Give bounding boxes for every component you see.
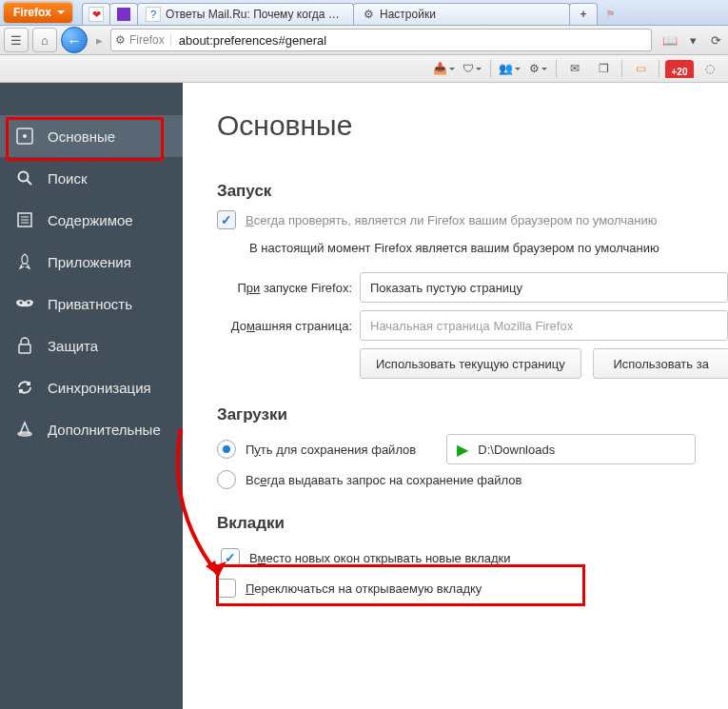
svg-point-2 (19, 172, 29, 182)
reload-button[interactable]: ⟳ (707, 31, 724, 49)
settings-gear-icon[interactable]: ⚙ (525, 58, 550, 79)
sidebar-item-general[interactable]: Основные (0, 115, 183, 157)
section-tabs-heading: Вкладки (217, 514, 728, 533)
new-tab-button[interactable]: + (569, 3, 598, 25)
tab-settings[interactable]: ⚙ Настройки (353, 3, 570, 25)
radio-always-ask[interactable] (217, 470, 236, 489)
separator (490, 60, 491, 77)
section-downloads-heading: Загрузки (217, 405, 728, 424)
sidebar-item-search[interactable]: Поиск (0, 157, 183, 199)
page-title: Основные (217, 109, 728, 142)
sidebar-item-security[interactable]: Защита (0, 325, 183, 366)
search-icon (15, 168, 34, 187)
tab-pinned-1[interactable]: ❤ (82, 3, 110, 25)
homepage-label: Домашняя страница: (217, 319, 360, 333)
section-startup-heading: Запуск (217, 182, 728, 201)
sidebar-item-sync[interactable]: Синхронизация (0, 366, 183, 408)
navigation-bar: ☰ ⌂ ← ▸ ⚙ Firefox 📖 ▾ ⟳ (0, 26, 728, 55)
always-check-label: Всегда проверять, является ли Firefox ва… (246, 213, 658, 227)
download-path-label: Путь для сохранения файлов (246, 443, 416, 457)
identity-label: Firefox (129, 33, 165, 47)
sidebar-item-content[interactable]: Содержимое (0, 199, 183, 241)
downloads-tray-icon[interactable]: 📥 (431, 58, 456, 79)
svg-point-8 (19, 301, 22, 304)
separator (659, 60, 659, 77)
people-icon[interactable]: 👥 (497, 58, 521, 79)
use-current-page-button[interactable]: Использовать текущую страницу (360, 348, 581, 379)
checkbox-switch-to-tab[interactable] (217, 579, 236, 598)
note-icon[interactable]: ▭ (628, 58, 653, 79)
question-icon: ? (146, 7, 161, 22)
download-path-field[interactable]: ▶ D:\Downloads (446, 434, 696, 464)
svg-rect-10 (19, 345, 30, 353)
url-input[interactable] (177, 32, 647, 49)
address-bar[interactable]: ⚙ Firefox (110, 29, 652, 51)
btn-label: Использовать текущую страницу (376, 357, 565, 371)
sidebar-label: Приватность (48, 296, 132, 312)
use-bookmark-button[interactable]: Использовать за (593, 348, 728, 379)
reader-icon[interactable]: 📖 (661, 31, 679, 49)
homepage-placeholder: Начальная страница Mozilla Firefox (370, 319, 573, 333)
radio-save-to-path[interactable] (217, 440, 236, 459)
window-icon[interactable]: ❐ (591, 58, 616, 79)
back-button[interactable]: ← (61, 27, 88, 53)
firefox-app-button[interactable]: Firefox (4, 2, 72, 23)
lock-icon (15, 336, 34, 355)
open-links-in-tabs-row: ✓ Вместо новых окон открывать новые вкла… (217, 542, 728, 573)
dropdown-icon[interactable]: ▾ (684, 31, 701, 49)
addon-toolbar: 📥 🛡 👥 ⚙ ✉ ❐ ▭ +20 ◌ (0, 55, 728, 83)
notification-badge[interactable]: +20 (665, 60, 694, 78)
on-start-label: При запуске Firefox: (217, 281, 360, 295)
tab-label: Настройки (380, 8, 436, 21)
sidebar-label: Поиск (48, 170, 88, 187)
content-icon (15, 210, 34, 229)
sidebar-toggle-button[interactable]: ☰ (4, 28, 29, 52)
tabstrip: ❤ ? Ответы Mail.Ru: Почему когда … ⚙ Нас… (82, 0, 622, 25)
wizard-hat-icon (15, 420, 34, 439)
sidebar-item-applications[interactable]: Приложения (0, 241, 183, 283)
sidebar-label: Защита (48, 338, 98, 354)
heart-icon: ❤ (89, 7, 104, 22)
sync-icon (15, 378, 34, 397)
droplet-icon[interactable]: ◌ (698, 58, 722, 79)
gear-icon: ⚙ (362, 8, 375, 21)
mask-icon (15, 294, 34, 313)
separator (556, 60, 557, 77)
homepage-row: Домашняя страница: Начальная страница Mo… (217, 310, 728, 341)
preferences-page: Основные Поиск Содержимое Приложения При… (0, 83, 728, 709)
sidebar-label: Синхронизация (48, 380, 151, 396)
sidebar-label: Дополнительные (48, 422, 161, 438)
tab-groups-button[interactable]: ⚑ (597, 4, 623, 25)
gear-icon: ⚙ (115, 33, 126, 47)
sidebar-item-advanced[interactable]: Дополнительные (0, 408, 183, 450)
rocket-icon (15, 252, 34, 271)
tab-answers-mailru[interactable]: ? Ответы Mail.Ru: Почему когда … (137, 3, 354, 25)
btn-label: Использовать за (613, 357, 708, 371)
svg-point-9 (27, 301, 30, 304)
svg-line-3 (28, 181, 32, 186)
general-icon (15, 127, 34, 146)
mailru-icon (117, 8, 130, 21)
mail-icon[interactable]: ✉ (562, 58, 587, 79)
sidebar-label: Основные (48, 128, 115, 145)
radio-dot-icon (223, 445, 230, 453)
site-identity[interactable]: ⚙ Firefox (115, 33, 171, 47)
open-in-tabs-label: Вместо новых окон открывать новые вкладк… (249, 551, 511, 565)
sidebar-item-privacy[interactable]: Приватность (0, 283, 183, 325)
flag-icon: ⚑ (603, 8, 617, 21)
on-start-row: При запуске Firefox: Показать пустую стр… (217, 272, 728, 303)
home-button[interactable]: ⌂ (32, 28, 57, 52)
tab-pinned-2[interactable] (109, 3, 138, 25)
forward-button[interactable]: ▸ (91, 30, 107, 50)
default-browser-status: В настоящий момент Firefox является ваши… (249, 241, 728, 255)
checkbox-open-in-tabs[interactable]: ✓ (221, 548, 240, 567)
switch-to-tab-row: Переключаться на открываемую вкладку (217, 579, 728, 598)
window-tabstrip: Firefox ❤ ? Ответы Mail.Ru: Почему когда… (0, 0, 728, 26)
homepage-input[interactable]: Начальная страница Mozilla Firefox (360, 310, 728, 341)
shield-icon[interactable]: 🛡 (460, 58, 484, 79)
svg-point-1 (23, 134, 27, 138)
download-path-row: Путь для сохранения файлов ▶ D:\Download… (217, 434, 728, 464)
on-start-select[interactable]: Показать пустую страницу (360, 272, 728, 303)
checkbox-always-check: ✓ (217, 210, 236, 229)
plus-icon: + (577, 8, 590, 21)
